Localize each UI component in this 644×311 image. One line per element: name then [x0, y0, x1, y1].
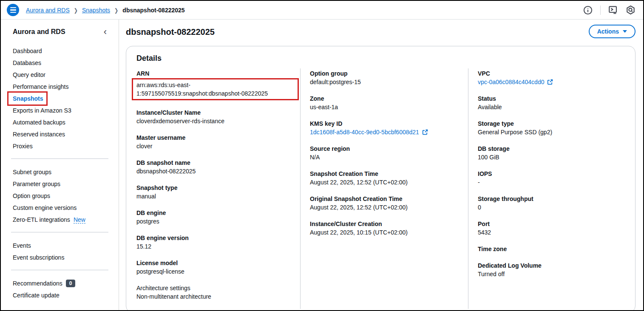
- cloudshell-icon[interactable]: [608, 5, 618, 15]
- sidebar-item-query-editor[interactable]: Query editor: [13, 71, 45, 79]
- field-time-zone: Time zone: [478, 245, 627, 253]
- sidebar-divider: [11, 270, 108, 270]
- info-icon[interactable]: [583, 6, 593, 15]
- sidebar-item-custom-engine-versions[interactable]: Custom engine versions: [13, 204, 77, 212]
- details-columns: ARN arn:aws:rds:us-east-1:597155075519:s…: [126, 68, 635, 309]
- field-label: DB storage: [478, 144, 627, 153]
- sidebar-item-reserved-instances[interactable]: Reserved instances: [13, 130, 65, 139]
- field-value: -: [478, 178, 627, 187]
- sidebar-item-snapshots[interactable]: Snapshots: [13, 94, 43, 103]
- sidebar-item-parameter-groups[interactable]: Parameter groups: [13, 180, 60, 188]
- field-instance-cluster-creation: Instance/Cluster Creation August 22, 202…: [310, 220, 460, 237]
- breadcrumb-current-page: dbsnapshot-08222025: [122, 7, 184, 14]
- field-value: 100 GiB: [478, 153, 627, 161]
- sidebar-item-option-groups[interactable]: Option groups: [13, 192, 50, 200]
- field-dedicated-log-volume: Dedicated Log Volume Turned off: [478, 261, 627, 278]
- field-iops: IOPS -: [478, 170, 627, 187]
- sidebar-item-dashboard[interactable]: Dashboard: [13, 47, 42, 55]
- field-label: Option group: [310, 69, 460, 78]
- external-link-icon: [547, 79, 553, 85]
- field-storage-throughput: Storage throughput 0: [478, 195, 627, 212]
- breadcrumb-link-aurora-and-rds[interactable]: Aurora and RDS: [26, 7, 70, 14]
- field-label: Snapshot Creation Time: [310, 170, 460, 178]
- sidebar-item-performance-insights[interactable]: Performance insights: [13, 82, 69, 91]
- field-label: Status: [478, 94, 627, 103]
- details-column-2: Option group default:postgres-15 Zone us…: [300, 68, 468, 309]
- kms-key-link-text: 1dc1608f-a5d8-40cc-9ed0-5bcbf6008d21: [310, 128, 419, 136]
- field-label: Time zone: [478, 245, 627, 253]
- sidebar-item-certificate-update[interactable]: Certificate update: [13, 291, 60, 300]
- status-value: Available: [478, 103, 627, 111]
- field-value: August 22, 2025, 12:52 (UTC+02:00): [310, 178, 460, 187]
- field-label: Master username: [136, 133, 294, 142]
- hamburger-menu-icon[interactable]: [7, 4, 19, 16]
- field-label: Instance/Cluster Name: [136, 108, 294, 117]
- sidebar-item-event-subscriptions[interactable]: Event subscriptions: [13, 253, 64, 262]
- field-label: VPC: [478, 69, 627, 78]
- field-license-model: License model postgresql-license: [136, 259, 294, 276]
- field-value: us-east-1a: [310, 103, 460, 111]
- recommendations-count-badge: 0: [66, 280, 76, 287]
- sidebar-item-recommendations[interactable]: Recommendations: [13, 279, 62, 288]
- sidebar-item-databases[interactable]: Databases: [13, 59, 41, 67]
- field-label: Original Snapshot Creation Time: [310, 195, 460, 203]
- field-option-group: Option group default:postgres-15: [310, 69, 460, 86]
- field-original-snapshot-creation-time: Original Snapshot Creation Time August 2…: [310, 195, 460, 212]
- field-label: Snapshot type: [136, 184, 294, 192]
- field-port: Port 5432: [478, 220, 627, 237]
- field-label: Instance/Cluster Creation: [310, 220, 460, 228]
- field-kms-key-id: KMS key ID 1dc1608f-a5d8-40cc-9ed0-5bcbf…: [310, 119, 460, 136]
- sidebar-item-events[interactable]: Events: [13, 241, 31, 250]
- sidebar-divider: [11, 232, 108, 232]
- kms-key-link[interactable]: 1dc1608f-a5d8-40cc-9ed0-5bcbf6008d21: [310, 128, 428, 136]
- field-architecture-settings: Architecture settings Non-multitenant ar…: [136, 284, 294, 301]
- field-storage-type: Storage type General Purpose SSD (gp2): [478, 119, 627, 136]
- sidebar-item-subnet-groups[interactable]: Subnet groups: [13, 168, 51, 176]
- sidebar-divider: [11, 158, 108, 159]
- field-value: 5432: [478, 228, 627, 237]
- vpc-link[interactable]: vpc-0a06c0884c404cdd0: [478, 78, 553, 86]
- field-snapshot-creation-time: Snapshot Creation Time August 22, 2025, …: [310, 170, 460, 187]
- field-label: Storage throughput: [478, 195, 627, 203]
- field-value: General Purpose SSD (gp2): [478, 128, 627, 136]
- chevron-left-icon[interactable]: [102, 26, 108, 37]
- page-title: dbsnapshot-08222025: [126, 25, 215, 37]
- details-card: Details ARN arn:aws:rds:us-east-1:597155…: [126, 46, 635, 311]
- field-label: KMS key ID: [310, 119, 460, 128]
- field-master-username: Master username clover: [136, 133, 294, 150]
- sidebar-item-zero-etl-integrations[interactable]: Zero-ETL integrations: [13, 215, 70, 224]
- field-db-engine-version: DB engine version 15.12: [136, 234, 294, 251]
- chevron-right-icon: [114, 6, 118, 14]
- field-label: Dedicated Log Volume: [478, 261, 627, 270]
- top-bar: Aurora and RDS Snapshots dbsnapshot-0822…: [1, 1, 643, 20]
- field-value: postgresql-license: [136, 267, 294, 276]
- field-label: Storage type: [478, 119, 627, 128]
- page-header: dbsnapshot-08222025 Actions: [126, 25, 635, 46]
- main-panel: dbsnapshot-08222025 Actions Details ARN …: [119, 20, 643, 310]
- field-value: dbsnapshot-08222025: [136, 167, 294, 175]
- field-db-snapshot-name: DB snapshot name dbsnapshot-08222025: [136, 158, 294, 175]
- breadcrumb-link-snapshots[interactable]: Snapshots: [82, 7, 110, 14]
- actions-button[interactable]: Actions: [589, 25, 635, 38]
- field-value: August 22, 2025, 12:52 (UTC+02:00): [310, 203, 460, 212]
- field-vpc: VPC vpc-0a06c0884c404cdd0: [478, 69, 627, 86]
- field-label: IOPS: [478, 170, 627, 178]
- sidebar-item-proxies[interactable]: Proxies: [13, 142, 33, 150]
- field-zone: Zone us-east-1a: [310, 94, 460, 111]
- topbar-divider: [600, 6, 601, 15]
- sidebar-title: Aurora and RDS: [13, 28, 65, 36]
- sidebar: Aurora and RDS Dashboard Databases Query…: [1, 20, 119, 310]
- sidebar-item-exports-in-amazon-s3[interactable]: Exports in Amazon S3: [13, 106, 71, 115]
- topbar-actions: [583, 5, 635, 15]
- field-label: ARN: [136, 69, 294, 78]
- field-label: Port: [478, 220, 627, 228]
- amazon-q-icon[interactable]: [626, 5, 635, 15]
- field-db-storage: DB storage 100 GiB: [478, 144, 627, 161]
- field-label: Architecture settings: [136, 284, 294, 292]
- field-label: DB snapshot name: [136, 158, 294, 167]
- field-value: August 22, 2025, 10:15 (UTC+02:00): [310, 228, 460, 237]
- sidebar-item-automated-backups[interactable]: Automated backups: [13, 118, 65, 127]
- field-value: 0: [478, 203, 627, 212]
- field-value: cloverdxdemoserver-rds-instance: [136, 117, 294, 125]
- new-badge[interactable]: New: [74, 216, 85, 223]
